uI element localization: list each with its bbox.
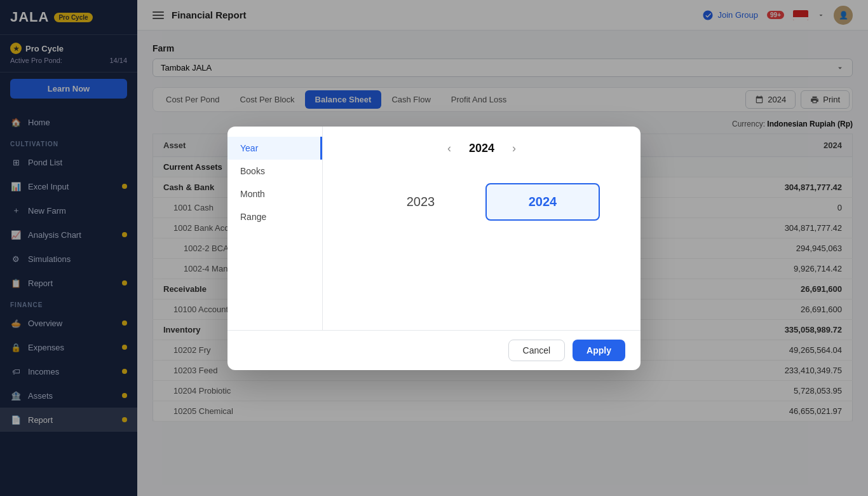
modal-options-list: Year Books Month Range: [227, 127, 323, 330]
date-filter-modal: Year Books Month Range ‹ 2024 ›: [227, 127, 641, 370]
apply-button[interactable]: Apply: [573, 340, 625, 361]
modal-option-month[interactable]: Month: [227, 183, 322, 205]
modal-overlay: Year Books Month Range ‹ 2024 ›: [0, 0, 868, 496]
modal-body: Year Books Month Range ‹ 2024 ›: [227, 127, 641, 330]
year-option-2023[interactable]: 2023: [363, 183, 478, 221]
year-option-2024[interactable]: 2024: [485, 183, 600, 221]
year-navigation: ‹ 2024 ›: [338, 139, 625, 158]
modal-option-books[interactable]: Books: [227, 160, 322, 183]
cancel-button[interactable]: Cancel: [508, 340, 566, 361]
next-year-button[interactable]: ›: [507, 139, 521, 158]
year-grid: 2023 2024: [338, 170, 625, 233]
modal-main-area: ‹ 2024 › 2023 2024: [323, 127, 641, 330]
current-year-display: 2024: [469, 142, 494, 155]
modal-option-year[interactable]: Year: [227, 137, 322, 160]
modal-option-range[interactable]: Range: [227, 205, 322, 228]
prev-year-button[interactable]: ‹: [442, 139, 456, 158]
modal-footer: Cancel Apply: [227, 330, 641, 370]
